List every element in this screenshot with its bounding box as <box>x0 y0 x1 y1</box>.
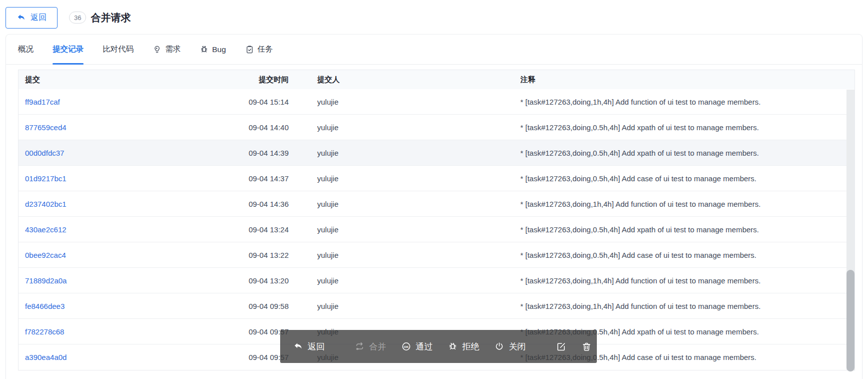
table-row: 0bee92cac4 09-04 13:22 yulujie * [task#1… <box>19 242 854 268</box>
commit-comment: * [task#127263,doing,0.5h,4h] Add case o… <box>520 174 854 183</box>
committer: yulujie <box>289 149 520 157</box>
commit-comment: * [task#127263,doing,1h,4h] Add function… <box>520 276 854 285</box>
commit-hash-link[interactable]: a390ea4a0d <box>25 353 67 361</box>
tab-story[interactable]: 需求 <box>153 35 181 64</box>
table-row: 430ae2c612 09-04 13:24 yulujie * [task#1… <box>19 217 854 242</box>
table-row: 01d9217bc1 09-04 14:37 yulujie * [task#1… <box>19 166 854 191</box>
committer: yulujie <box>289 174 520 183</box>
toolbar-edit-button[interactable] <box>556 341 566 352</box>
commit-comment: * [task#127263,doing,0.5h,4h] Add xpath … <box>520 225 854 234</box>
commit-hash-link[interactable]: d237402bc1 <box>25 200 67 208</box>
commit-time: 09-04 13:20 <box>214 276 289 285</box>
column-header-time: 提交时间 <box>214 75 289 85</box>
commit-comment: * [task#127263,doing,1h,4h] Add function… <box>520 302 854 310</box>
committer: yulujie <box>289 123 520 132</box>
table-row: d237402bc1 09-04 14:36 yulujie * [task#1… <box>19 191 854 217</box>
tab-label: 任务 <box>258 44 273 55</box>
committer: yulujie <box>289 251 520 259</box>
committer: yulujie <box>289 200 520 208</box>
svg-text:OK: OK <box>404 345 409 348</box>
toolbar-button-label: 拒绝 <box>462 341 479 352</box>
committer: yulujie <box>289 225 520 234</box>
table-row: 71889d2a0a 09-04 13:20 yulujie * [task#1… <box>19 268 854 293</box>
tab-commits[interactable]: 提交记录 <box>53 35 84 64</box>
commit-time: 09-04 09:57 <box>214 327 289 336</box>
commits-table-header: 提交 提交时间 提交人 注释 <box>19 70 854 89</box>
table-row: 877659ced4 09-04 14:40 yulujie * [task#1… <box>19 115 854 140</box>
page-title: 合并请求 <box>91 11 131 25</box>
commit-time: 09-04 09:57 <box>214 353 289 361</box>
toolbar-merge-button[interactable]: 合并 <box>355 341 386 352</box>
tab-label: 概况 <box>18 44 34 55</box>
trash-icon <box>581 341 592 352</box>
commit-hash-link[interactable]: f782278c68 <box>25 327 64 336</box>
ok-circle-icon: OK <box>401 341 411 351</box>
commit-time: 09-04 14:36 <box>214 200 289 208</box>
toolbar-button-label: 合并 <box>369 341 386 352</box>
bug-icon <box>200 45 209 54</box>
commit-hash-link[interactable]: 00d0dfdc37 <box>25 149 64 157</box>
toolbar-button-label: 关闭 <box>509 341 526 352</box>
commit-comment: * [task#127263,doing,0.5h,4h] Add xpath … <box>520 123 854 132</box>
commit-time: 09-04 15:14 <box>214 98 289 106</box>
tab-diff[interactable]: 比对代码 <box>103 35 134 64</box>
edit-icon <box>556 341 566 352</box>
commits-table-body: ff9ad17caf 09-04 15:14 yulujie * [task#1… <box>19 89 854 370</box>
commit-hash-link[interactable]: 01d9217bc1 <box>25 174 67 183</box>
tab-overview[interactable]: 概况 <box>18 35 34 64</box>
table-row: ff9ad17caf 09-04 15:14 yulujie * [task#1… <box>19 89 854 115</box>
request-id-badge: 36 <box>69 12 86 24</box>
tab-label: 提交记录 <box>53 44 84 55</box>
tab-label: 比对代码 <box>103 44 134 55</box>
bug-icon <box>448 341 458 351</box>
column-header-comment: 注释 <box>520 75 854 85</box>
commits-table: 提交 提交时间 提交人 注释 ff9ad17caf 09-04 15:14 yu… <box>18 70 855 370</box>
commit-time: 09-04 14:40 <box>214 123 289 132</box>
commit-time: 09-04 14:37 <box>214 174 289 183</box>
toolbar-button-label: 返回 <box>308 341 325 352</box>
toolbar-close-button[interactable]: 关闭 <box>494 341 526 352</box>
commit-time: 09-04 14:39 <box>214 149 289 157</box>
merge-icon <box>355 341 365 351</box>
top-bar: 返回 36 合并请求 <box>0 0 868 29</box>
commit-hash-link[interactable]: 71889d2a0a <box>25 276 67 285</box>
commit-time: 09-04 13:24 <box>214 225 289 234</box>
commit-hash-link[interactable]: 877659ced4 <box>25 123 67 132</box>
commit-hash-link[interactable]: fe8466dee3 <box>25 302 65 310</box>
commit-comment: * [task#127263,doing,0.5h,4h] Add case o… <box>520 251 854 259</box>
toolbar-back-button[interactable]: 返回 <box>293 341 325 352</box>
commit-hash-link[interactable]: 0bee92cac4 <box>25 251 66 259</box>
toolbar-button-label: 通过 <box>416 341 433 352</box>
scrollbar-thumb[interactable] <box>846 270 854 371</box>
back-arrow-icon <box>293 341 303 351</box>
committer: yulujie <box>289 302 520 310</box>
tab-label: Bug <box>212 45 226 54</box>
committer: yulujie <box>289 98 520 106</box>
clipboard-check-icon <box>245 45 254 54</box>
table-row: fe8466dee3 09-04 09:58 yulujie * [task#1… <box>19 293 854 319</box>
floating-action-toolbar: 返回 合并 OK 通过 拒绝 <box>280 330 597 363</box>
tab-task[interactable]: 任务 <box>245 35 273 64</box>
back-button[interactable]: 返回 <box>6 7 58 29</box>
toolbar-pass-button[interactable]: OK 通过 <box>401 341 433 352</box>
commit-hash-link[interactable]: 430ae2c612 <box>25 225 67 234</box>
column-header-commit: 提交 <box>19 75 214 85</box>
commit-comment: * [task#127263,doing,1h,4h] Add function… <box>520 98 854 106</box>
committer: yulujie <box>289 276 520 285</box>
commit-hash-link[interactable]: ff9ad17caf <box>25 98 60 106</box>
back-button-label: 返回 <box>31 13 47 23</box>
toolbar-reject-button[interactable]: 拒绝 <box>448 341 479 352</box>
power-icon <box>494 341 504 351</box>
tab-bug[interactable]: Bug <box>200 35 226 64</box>
column-header-committer: 提交人 <box>289 75 520 85</box>
commit-comment: * [task#127263,doing,0.5h,4h] Add xpath … <box>520 149 854 157</box>
back-arrow-icon <box>17 13 26 23</box>
tab-label: 需求 <box>165 44 181 55</box>
content-card: 概况 提交记录 比对代码 需求 B <box>6 34 862 379</box>
lightbulb-icon <box>153 45 162 54</box>
tab-bar: 概况 提交记录 比对代码 需求 B <box>6 35 862 65</box>
table-row: 00d0dfdc37 09-04 14:39 yulujie * [task#1… <box>19 140 854 166</box>
toolbar-delete-button[interactable] <box>581 341 592 352</box>
commit-time: 09-04 09:58 <box>214 302 289 310</box>
table-scrollbar[interactable] <box>846 90 854 370</box>
